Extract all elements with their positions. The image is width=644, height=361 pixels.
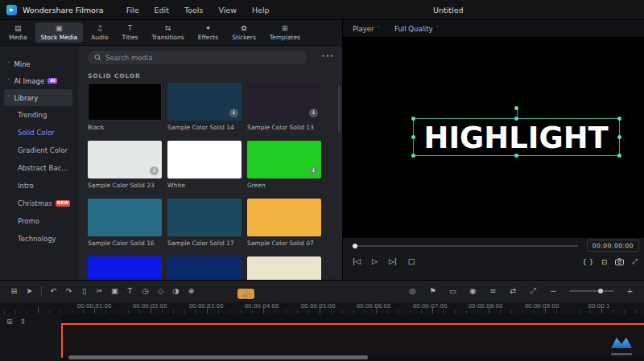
tab-media[interactable]: ▤Media	[3, 23, 33, 43]
media-browser-icon[interactable]: ⊟	[6, 287, 22, 295]
resize-handle[interactable]	[514, 154, 518, 158]
swatch-color[interactable]	[88, 199, 162, 236]
sidebar-item-intro[interactable]: Intro	[0, 177, 76, 195]
swatch-solid-13[interactable]: ↓Sample Color Solid 13	[247, 83, 321, 131]
marker-icon[interactable]: ⚑	[425, 287, 440, 295]
resize-handle[interactable]	[514, 117, 518, 121]
tab-titles[interactable]: TTitles	[117, 23, 144, 43]
swatch-color[interactable]	[247, 199, 321, 236]
swatch-partial[interactable]	[167, 256, 242, 280]
menu-view[interactable]: View	[218, 6, 237, 14]
crop-icon[interactable]: ▣	[107, 287, 122, 295]
resize-handle[interactable]	[617, 117, 621, 121]
device-preview-icon[interactable]: ▭	[445, 287, 460, 295]
swatch-solid-16[interactable]: Sample Color Solid 16	[88, 199, 162, 247]
menu-edit[interactable]: Edit	[155, 6, 169, 14]
swatch-color[interactable]	[167, 256, 242, 280]
download-icon[interactable]: ↓	[150, 166, 159, 175]
tab-stickers[interactable]: ✿Stickers	[226, 23, 262, 43]
manage-tracks-icon[interactable]: ⊞	[6, 318, 13, 361]
mark-in-out-icon[interactable]: { }	[583, 258, 594, 266]
text-tool-icon[interactable]: T	[122, 287, 138, 295]
mixer-icon[interactable]: ≡	[485, 287, 501, 295]
timeline-ruler[interactable]: 00:00:01:00 00:00:02:00 00:00:03:00 00:0…	[0, 301, 644, 314]
swatch-color[interactable]	[167, 141, 242, 178]
menu-help[interactable]: Help	[252, 6, 270, 14]
zoom-slider-knob[interactable]	[598, 289, 603, 293]
swatch-partial[interactable]	[88, 256, 162, 280]
chroma-key-icon[interactable]: ◑	[168, 287, 184, 295]
search-input[interactable]	[105, 54, 283, 62]
play-button[interactable]: ▷	[372, 257, 378, 265]
aspect-ratio-icon[interactable]: ⊡	[601, 258, 607, 266]
seek-bar[interactable]	[353, 245, 578, 247]
sidebar-group-library[interactable]: ˅Library	[4, 89, 72, 106]
sidebar-item-trending[interactable]: Trending	[0, 106, 76, 124]
quality-select[interactable]: Full Quality˅	[394, 25, 439, 33]
download-icon[interactable]: ↓	[309, 166, 318, 175]
swatch-color[interactable]	[167, 199, 242, 236]
tab-stock-media[interactable]: ▣Stock Media	[35, 23, 84, 43]
swatch-color[interactable]	[88, 256, 162, 280]
zoom-fit-icon[interactable]: ⤢	[526, 287, 541, 295]
next-frame-button[interactable]: ▷|	[389, 257, 397, 265]
resize-handle[interactable]	[411, 117, 415, 121]
more-options-button[interactable]: •••	[322, 53, 334, 59]
resize-handle[interactable]	[411, 135, 415, 139]
swatch-color[interactable]: ↓	[167, 83, 242, 121]
swatch-color[interactable]	[247, 256, 321, 280]
menu-tools[interactable]: Tools	[184, 6, 203, 14]
sidebar-item-abstract-background[interactable]: Abstract Bac...	[0, 159, 76, 177]
resize-handle[interactable]	[411, 154, 415, 158]
swatch-white[interactable]: White	[167, 141, 242, 189]
undo-icon[interactable]: ↶	[46, 287, 61, 295]
zoom-in-icon[interactable]: +	[622, 287, 638, 295]
download-icon[interactable]: ↓	[229, 109, 238, 117]
menu-file[interactable]: File	[126, 6, 139, 14]
swatch-green[interactable]: ↓Green	[247, 141, 321, 189]
rotate-handle[interactable]	[514, 106, 518, 110]
overlay-text[interactable]: HIGHLIGHT	[424, 122, 609, 153]
swatch-color[interactable]: ↓	[88, 141, 162, 178]
swatch-solid-07[interactable]: Sample Color Solid 07	[247, 199, 321, 247]
zoom-out-icon[interactable]: −	[546, 287, 561, 295]
swatch-color[interactable]	[88, 83, 162, 121]
swatch-color[interactable]: ↓	[247, 141, 321, 178]
swatch-partial[interactable]	[247, 256, 321, 280]
delete-icon[interactable]: ▯	[76, 287, 92, 295]
preview-canvas[interactable]: HIGHLIGHT	[343, 38, 644, 237]
app-logo-icon[interactable]: ▶	[6, 5, 17, 15]
redo-icon[interactable]: ↷	[61, 287, 76, 295]
tab-audio[interactable]: ♫Audio	[85, 23, 114, 43]
render-preview-icon[interactable]: ◎	[405, 287, 420, 295]
track-height-icon[interactable]: ⇕	[20, 318, 27, 361]
timeline-tracks[interactable]: ⊞ ⇕	[0, 314, 644, 361]
seek-knob[interactable]	[353, 244, 357, 248]
tab-transitions[interactable]: ⇆Transitions	[147, 23, 190, 43]
stop-button[interactable]: □	[408, 257, 415, 265]
player-menu[interactable]: Player˅	[353, 25, 380, 33]
tab-effects[interactable]: ✦Effects	[192, 23, 225, 43]
search-bar[interactable]	[88, 51, 307, 64]
sidebar-item-technology[interactable]: Technology	[0, 230, 76, 248]
swatch-black[interactable]: Black	[88, 83, 162, 131]
text-selection-box[interactable]: HIGHLIGHT	[413, 118, 620, 156]
pointer-icon[interactable]: ➤	[22, 287, 37, 295]
voiceover-icon[interactable]: ◉	[465, 287, 481, 295]
split-icon[interactable]: ✂	[92, 287, 107, 295]
snapshot-icon[interactable]	[615, 258, 624, 265]
sidebar-group-mine[interactable]: ˅Mine	[0, 55, 76, 72]
swatch-solid-23[interactable]: ↓Sample Color Solid 23	[88, 141, 162, 189]
resize-handle[interactable]	[617, 154, 621, 158]
keyframe-icon[interactable]: ◇	[153, 287, 168, 295]
swatch-solid-14[interactable]: ↓Sample Color Solid 14	[167, 83, 242, 131]
timeline-zoom-slider[interactable]	[569, 290, 614, 292]
auto-ripple-icon[interactable]: ⇄	[506, 287, 521, 295]
vertical-scrollbar[interactable]	[338, 86, 341, 133]
tab-templates[interactable]: ⊞Templates	[264, 23, 306, 43]
speed-icon[interactable]: ◷	[138, 287, 153, 295]
swatch-color[interactable]: ↓	[247, 83, 321, 121]
fullscreen-icon[interactable]: ⤢	[632, 257, 638, 266]
sidebar-item-solid-color[interactable]: Solid Color	[0, 124, 76, 142]
sidebar-item-promo[interactable]: Promo	[0, 212, 76, 230]
